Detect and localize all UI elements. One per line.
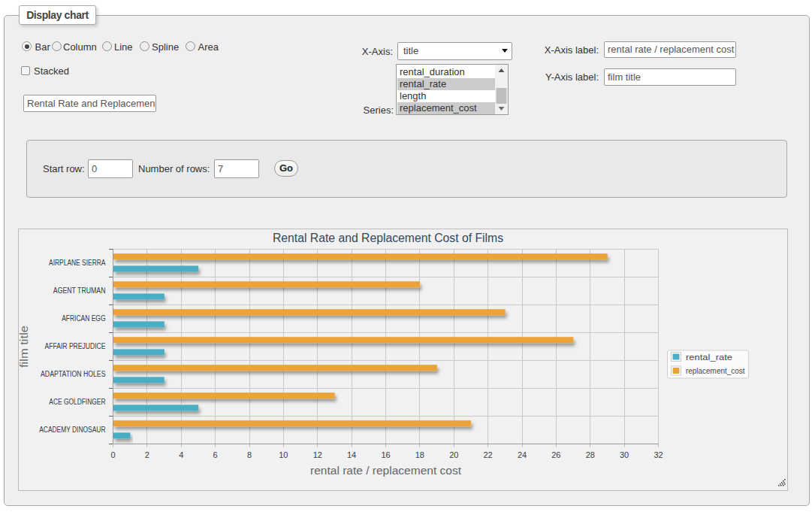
svg-text:AFFAIR PREJUDICE: AFFAIR PREJUDICE — [45, 342, 106, 350]
svg-text:ACE GOLDFINGER: ACE GOLDFINGER — [49, 398, 105, 406]
svg-text:16: 16 — [381, 450, 390, 459]
svg-text:film title: film title — [18, 326, 30, 368]
svg-text:ACADEMY DINOSAUR: ACADEMY DINOSAUR — [39, 426, 105, 434]
svg-text:30: 30 — [620, 450, 629, 459]
svg-text:rental_rate: rental_rate — [686, 353, 732, 362]
svg-text:28: 28 — [586, 450, 595, 459]
svg-text:AGENT TRUMAN: AGENT TRUMAN — [53, 286, 106, 295]
svg-text:20: 20 — [449, 450, 458, 459]
svg-text:10: 10 — [279, 450, 288, 459]
svg-text:2: 2 — [145, 450, 149, 459]
svg-text:8: 8 — [247, 450, 252, 459]
svg-text:18: 18 — [415, 450, 424, 459]
svg-text:32: 32 — [654, 450, 663, 459]
svg-text:replacement_cost: replacement_cost — [686, 366, 745, 375]
svg-text:4: 4 — [179, 450, 183, 459]
svg-text:14: 14 — [347, 450, 356, 459]
svg-text:0: 0 — [110, 450, 115, 459]
svg-text:22: 22 — [484, 450, 493, 459]
svg-text:26: 26 — [551, 450, 560, 459]
svg-text:24: 24 — [518, 450, 527, 459]
svg-text:AFRICAN EGG: AFRICAN EGG — [62, 314, 105, 323]
svg-text:6: 6 — [213, 450, 218, 459]
svg-text:AIRPLANE SIERRA: AIRPLANE SIERRA — [49, 259, 106, 267]
svg-text:rental rate / replacement cost: rental rate / replacement cost — [310, 465, 461, 477]
svg-text:12: 12 — [313, 450, 322, 459]
svg-text:ADAPTATION HOLES: ADAPTATION HOLES — [41, 370, 106, 378]
svg-text:Rental Rate and Replacement Co: Rental Rate and Replacement Cost of Film… — [273, 232, 503, 244]
